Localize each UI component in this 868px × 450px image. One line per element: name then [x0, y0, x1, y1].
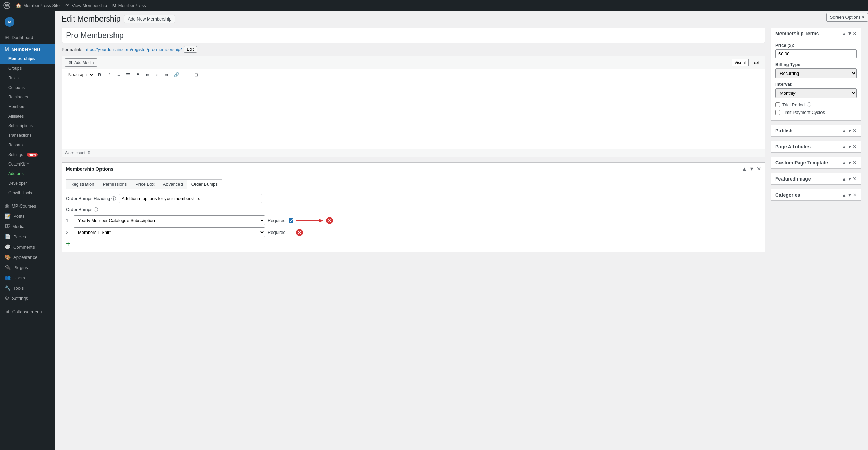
metabox-close[interactable]: ✕ [757, 166, 761, 172]
screen-options-button[interactable]: Screen Options ▾ [826, 13, 868, 22]
metabox-collapse-up[interactable]: ▲ [742, 166, 747, 172]
billing-select[interactable]: Recurring One-Time Free [775, 68, 857, 78]
sidebar-item-rules[interactable]: Rules [0, 73, 55, 83]
link-button[interactable]: 🔗 [172, 71, 181, 78]
sidebar-item-tools[interactable]: 🔧 Tools [0, 283, 55, 293]
sidebar-item-coachkit[interactable]: CoachKit™ [0, 159, 55, 169]
publish-down-btn[interactable]: ▼ [847, 128, 852, 133]
publish-up-btn[interactable]: ▲ [842, 128, 846, 133]
remove-bump-button-2[interactable]: ✕ [296, 229, 303, 236]
sidebar-item-collapse[interactable]: ◄ Collapse menu [0, 306, 55, 317]
terms-up-btn[interactable]: ▲ [842, 31, 846, 36]
sidebar-item-transactions[interactable]: Transactions [0, 131, 55, 140]
bold-button[interactable]: B [95, 71, 104, 78]
sidebar-item-members[interactable]: Members [0, 102, 55, 111]
permalink-link[interactable]: https://yourdomain.com/register/pro-memb… [84, 47, 182, 52]
fi-up-btn[interactable]: ▲ [842, 176, 846, 182]
tab-permissions[interactable]: Permissions [98, 179, 131, 189]
sidebar-item-addons[interactable]: Add-ons [0, 169, 55, 178]
add-new-membership-button[interactable]: Add New Membership [124, 15, 175, 23]
sidebar-item-settings[interactable]: Settings NEW [0, 150, 55, 159]
sidebar-item-pages[interactable]: 📄 Pages [0, 231, 55, 242]
order-bumps-heading-input[interactable] [119, 194, 262, 203]
paragraph-select[interactable]: Paragraph [65, 71, 94, 78]
metabox-collapse-down[interactable]: ▼ [749, 166, 755, 172]
sidebar-item-appearance[interactable]: 🎨 Appearance [0, 252, 55, 262]
sidebar: M ⊞ Dashboard M MemberPress Memberships … [0, 11, 55, 450]
tab-price-box[interactable]: Price Box [131, 179, 159, 189]
page-attrs-close-btn[interactable]: ✕ [853, 144, 857, 149]
page-attrs-down-btn[interactable]: ▼ [847, 144, 852, 149]
fi-close-btn[interactable]: ✕ [853, 176, 857, 182]
page-attributes-header: Page Attributes ▲ ▼ ✕ [771, 141, 861, 153]
sidebar-item-dashboard[interactable]: ⊞ Dashboard [0, 32, 55, 42]
cpt-down-btn[interactable]: ▼ [847, 160, 852, 166]
bump-select-1[interactable]: Yearly Member Catalogue Subscirption Mem… [74, 215, 265, 225]
sidebar-item-growth-tools[interactable]: Growth Tools [0, 188, 55, 198]
required-checkbox-1[interactable] [289, 218, 293, 223]
align-left-button[interactable]: ⬅ [143, 71, 152, 78]
cat-close-btn[interactable]: ✕ [853, 192, 857, 198]
required-checkbox-2[interactable] [289, 230, 293, 235]
editor-body[interactable] [62, 80, 765, 149]
publish-close-btn[interactable]: ✕ [853, 128, 857, 133]
heading-help-icon[interactable]: ⓘ [111, 196, 116, 201]
add-media-button[interactable]: 🖼 Add Media [65, 58, 97, 67]
ordered-list-button[interactable]: ☰ [124, 71, 133, 78]
sidebar-item-reports[interactable]: Reports [0, 140, 55, 150]
terms-close-btn[interactable]: ✕ [853, 31, 857, 36]
permalink-edit-button[interactable]: Edit [184, 46, 197, 53]
sidebar-item-reminders[interactable]: Reminders [0, 92, 55, 102]
trial-period-help[interactable]: ⓘ [807, 102, 811, 108]
sidebar-item-settings-wp[interactable]: ⚙ Settings [0, 293, 55, 303]
cpt-up-btn[interactable]: ▲ [842, 160, 846, 166]
sidebar-item-mp-courses[interactable]: ◉ MP Courses [0, 201, 55, 211]
post-title-input[interactable] [62, 28, 765, 43]
price-input[interactable] [775, 49, 857, 58]
sidebar-item-media[interactable]: 🖼 Media [0, 221, 55, 231]
wp-logo-item[interactable]: W [3, 2, 10, 9]
remove-bump-button-1[interactable]: ✕ [326, 217, 333, 224]
blockquote-button[interactable]: ❝ [133, 71, 142, 78]
sidebar-item-groups[interactable]: Groups [0, 64, 55, 73]
horizontal-rule-button[interactable]: — [182, 71, 191, 78]
adminbar-view-membership[interactable]: 👁 View Membership [65, 3, 107, 8]
tab-registration[interactable]: Registration [66, 179, 98, 189]
align-center-button[interactable]: ↔ [152, 71, 161, 78]
adminbar-memberpress[interactable]: M MemberPress [112, 3, 146, 8]
adminbar-site[interactable]: 🏠 MemberPress Site [16, 3, 60, 8]
sidebar-item-posts[interactable]: 📝 Posts [0, 211, 55, 221]
sidebar-item-coupons[interactable]: Coupons [0, 83, 55, 92]
sidebar-item-users[interactable]: 👥 Users [0, 273, 55, 283]
sidebar-item-memberships[interactable]: Memberships [0, 54, 55, 64]
page-attrs-up-btn[interactable]: ▲ [842, 144, 846, 149]
sidebar-item-subscriptions[interactable]: Subscriptions [0, 121, 55, 131]
fi-down-btn[interactable]: ▼ [847, 176, 852, 182]
bumps-help-icon[interactable]: ⓘ [94, 207, 98, 212]
bump-select-2[interactable]: Yearly Member Catalogue Subscirption Mem… [74, 227, 265, 237]
interval-select[interactable]: Monthly Yearly Weekly Daily [775, 88, 857, 98]
cat-down-btn[interactable]: ▼ [847, 192, 852, 198]
sidebar-item-plugins[interactable]: 🔌 Plugins [0, 262, 55, 273]
more-button[interactable]: ⊞ [191, 71, 200, 78]
tab-advanced[interactable]: Advanced [159, 179, 187, 189]
custom-page-template-box: Custom Page Template ▲ ▼ ✕ [771, 157, 861, 169]
limit-payment-checkbox[interactable] [775, 110, 780, 115]
required-label-1: Required [268, 218, 286, 223]
tab-order-bumps[interactable]: Order Bumps [187, 179, 222, 189]
cat-up-btn[interactable]: ▲ [842, 192, 846, 198]
text-tab[interactable]: Text [749, 59, 762, 66]
limit-payment-row: Limit Payment Cycles [775, 110, 857, 115]
sidebar-item-affiliates[interactable]: Affiliates [0, 111, 55, 121]
unordered-list-button[interactable]: ≡ [114, 71, 123, 78]
align-right-button[interactable]: ➡ [162, 71, 171, 78]
add-bump-button[interactable]: + [66, 240, 70, 248]
terms-down-btn[interactable]: ▼ [847, 31, 852, 36]
trial-period-checkbox[interactable] [775, 102, 780, 107]
visual-tab[interactable]: Visual [732, 59, 749, 66]
cpt-close-btn[interactable]: ✕ [853, 160, 857, 166]
italic-button[interactable]: I [105, 71, 113, 78]
sidebar-item-developer[interactable]: Developer [0, 178, 55, 188]
sidebar-item-comments[interactable]: 💬 Comments [0, 242, 55, 252]
sidebar-item-memberpress[interactable]: M MemberPress [0, 44, 55, 54]
